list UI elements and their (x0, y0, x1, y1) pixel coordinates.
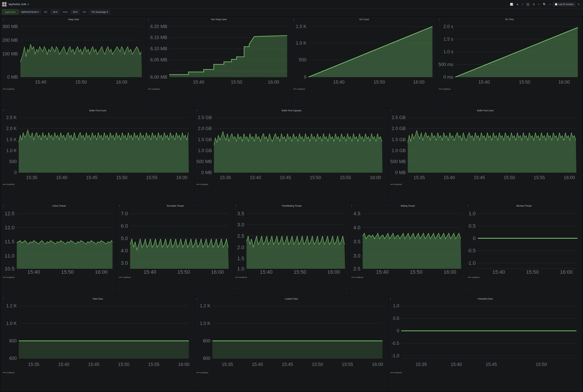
svg-text:0 MB: 0 MB (202, 170, 212, 175)
tab-all1[interactable]: All ▾ (50, 10, 60, 14)
svg-text:1.5 GB: 1.5 GB (198, 137, 212, 142)
svg-text:15:45: 15:45 (474, 175, 485, 180)
panel-title-total-class: Total Class (3, 298, 193, 300)
svg-text:15:50: 15:50 (116, 175, 128, 180)
panel-info-icon: ℹ (390, 109, 391, 112)
chart-icon-btn[interactable]: 📊 (509, 2, 514, 6)
tab-psscavenge[interactable]: PS Scavenge ▾ (89, 10, 110, 14)
title-dropdown-icon[interactable]: ▾ (28, 3, 29, 6)
chart-svg-unloaded-class: 1.0 0.5 0 -0.5 -1.0 15:35 15:40 15:45 15… (390, 301, 580, 371)
panel-legend-unloaded-class: localhost (390, 372, 580, 374)
panel-legend-bpcap: localhost (196, 183, 386, 186)
panel-legend-loaded-class: localhost (196, 372, 386, 374)
tab-all2[interactable]: All ▾ (71, 10, 80, 14)
panel-legend-heap-used: localhost (3, 88, 144, 90)
panel-title-runnable-thread: Runnable Thread (119, 205, 232, 207)
svg-text:15:35: 15:35 (28, 362, 40, 367)
svg-text:3.5: 3.5 (353, 238, 360, 244)
panel-info-icon: ℹ (468, 205, 468, 207)
tab-host[interactable]: Host (60, 10, 70, 14)
legend-line-icon (235, 277, 238, 278)
refresh-btn[interactable]: ↻ (576, 2, 581, 6)
star-btn[interactable]: ★ (515, 2, 520, 6)
row-3: ℹ Active Thread 12.5 12.0 11.5 11.0 10.5 (2, 203, 582, 295)
legend-line-icon (3, 184, 6, 184)
svg-text:15:50: 15:50 (519, 80, 530, 84)
panel-title-bpu: Buffer Pool Used (390, 109, 580, 112)
zoom-btn[interactable]: 🔍 (542, 2, 547, 6)
legend-line-icon (119, 277, 122, 278)
svg-text:15:35: 15:35 (222, 362, 233, 367)
svg-text:1.0: 1.0 (468, 210, 476, 216)
svg-text:16:00: 16:00 (444, 269, 456, 275)
panel-non-heap-used: ℹ Non Heap Used 6.20 MB 6.15 MB 6.10 MB … (147, 17, 291, 107)
svg-text:300 MB: 300 MB (3, 24, 18, 29)
panel-legend-gc-time: localhost (438, 88, 580, 90)
legend-line-icon (352, 277, 354, 278)
svg-text:15:45: 15:45 (282, 362, 293, 367)
chart-svg-runnable-thread: 7.0 6.0 5.0 4.0 3.0 15:40 15:50 16:00 (119, 208, 232, 276)
svg-text:15:40: 15:40 (451, 362, 462, 367)
share-btn[interactable]: ⤴ (521, 2, 524, 6)
tab-dc[interactable]: DC (42, 10, 50, 14)
panel-legend-timed-waiting: localhost (235, 276, 348, 278)
svg-text:15:40: 15:40 (250, 175, 261, 180)
chart-unloaded-class: 1.0 0.5 0 -0.5 -1.0 15:35 15:40 15:45 15… (390, 301, 580, 371)
svg-text:11.0: 11.0 (5, 253, 14, 258)
svg-text:15:50: 15:50 (312, 362, 323, 367)
svg-text:-0.5: -0.5 (392, 340, 399, 346)
chart-gc-count: 1.5 K 1.0 K 500 0 15:40 15:50 16:00 (293, 22, 435, 87)
time-range-btn[interactable]: 🕐 Last 30 minutes (553, 2, 576, 6)
panel-title-loaded-class: Loaded Class (196, 298, 386, 300)
legend-line-icon (438, 89, 442, 89)
panel-title-gc-count: GC Count (293, 18, 435, 21)
svg-text:16:00: 16:00 (370, 175, 381, 180)
tab-gc[interactable]: GC (80, 10, 89, 14)
save-btn[interactable]: ⬛ (525, 2, 530, 6)
chart-svg-loaded-class: 1.2 K 1.0 K 800 600 15:35 15:40 15:45 15… (196, 301, 386, 371)
legend-line-icon (390, 372, 394, 373)
app-logo-icon (2, 2, 6, 6)
chart-svg-non-heap: 6.20 MB 6.15 MB 6.10 MB 6.05 MB 6.00 MB … (148, 22, 290, 87)
settings-btn[interactable]: ⚙ (532, 2, 536, 6)
svg-text:15:50: 15:50 (177, 269, 190, 275)
chart-blocked-thread: 1.0 0.5 0 -0.5 -1.0 15:40 15:50 16:00 (468, 208, 580, 276)
svg-text:15:40: 15:40 (260, 269, 272, 275)
svg-text:15:55: 15:55 (534, 175, 545, 180)
chart-svg-bpu: 2.5 GB 2.0 GB 1.5 GB 1.0 GB 500 MB 0 MB … (390, 112, 580, 183)
svg-text:16:00: 16:00 (413, 80, 424, 84)
nav-back-btn[interactable]: < (537, 2, 541, 6)
svg-text:2.5 GB: 2.5 GB (392, 115, 406, 120)
svg-text:1.5 K: 1.5 K (6, 137, 17, 142)
legend-line-icon (3, 372, 6, 373)
panel-title-gc-time: GC Time (438, 18, 580, 21)
tab-mytest[interactable]: MyPerf4JTest2 ▾ (19, 10, 41, 14)
legend-line-icon (3, 277, 6, 278)
svg-text:16:00: 16:00 (268, 80, 279, 84)
panel-legend-bpc: localhost (3, 183, 193, 186)
chart-svg-gc-count: 1.5 K 1.0 K 500 0 15:40 15:50 16:00 (293, 22, 435, 87)
svg-text:15:45: 15:45 (280, 175, 291, 180)
svg-text:6.15 MB: 6.15 MB (150, 35, 167, 40)
panel-gc-count: ℹ GC Count 1.5 K 1.0 K 500 0 15:40 15:50 (292, 17, 436, 107)
svg-text:3.0: 3.0 (353, 253, 360, 258)
chart-svg-waiting-thread: 4.5 4.0 3.5 3.0 2.5 15:40 15:50 16:00 (352, 208, 464, 276)
panel-title-bpcap: Buffer Pool Capacity (196, 109, 386, 112)
svg-text:15:40: 15:40 (376, 269, 389, 275)
nav-fwd-btn[interactable]: > (548, 2, 552, 6)
chart-active-thread: 12.5 12.0 11.5 11.0 10.5 15:40 15:50 16:… (3, 208, 115, 276)
chart-bpu: 2.5 GB 2.0 GB 1.5 GB 1.0 GB 500 MB 0 MB … (390, 112, 580, 183)
chart-svg-total-class: 1.2 K 1.0 K 800 600 15:35 15:40 15:45 15… (3, 301, 193, 371)
svg-text:0: 0 (304, 74, 306, 80)
panel-buffer-pool-capacity: ℹ Buffer Pool Capacity 2.5 GB 2.0 GB 1.5… (195, 108, 388, 202)
svg-text:1.0: 1.0 (237, 266, 244, 272)
panel-title-timed-waiting: TimedWating Thread (235, 205, 348, 207)
panel-title-unloaded-class: Unloaded Class (390, 298, 580, 300)
svg-text:15:55: 15:55 (148, 362, 160, 367)
svg-text:1.0 GB: 1.0 GB (198, 148, 212, 153)
svg-text:1.5: 1.5 (237, 256, 244, 261)
panel-gc-time: ℹ GC Time 2.0 s 1.5 s 1.0 s 500 ms 0 ms (437, 17, 582, 107)
topbar: MyPerf4J-JVM ▾ 📊 ★ ⤴ ⬛ ⚙ < 🔍 > 🕐 Last 30… (0, 0, 583, 9)
app-title: MyPerf4J-JVM (9, 3, 26, 6)
tab-application[interactable]: Application (2, 10, 18, 14)
